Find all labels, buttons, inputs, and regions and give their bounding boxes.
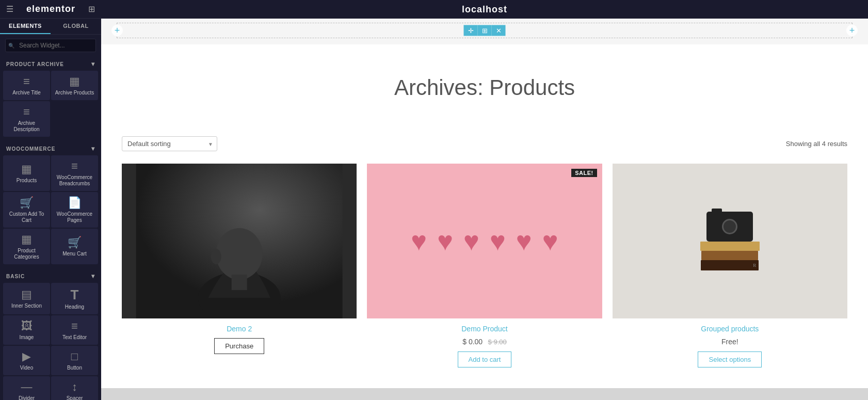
sidebar-tabs: ELEMENTS GLOBAL [0,19,101,35]
product-name-demo-product: Demo Product [367,325,602,333]
section-label-product-archive: PRODUCT ARCHIVE [6,61,64,67]
heading-label: Heading [65,304,84,310]
image-icon: 🖼 [21,321,33,332]
widget-woocommerce-pages[interactable]: 📄 WooCommerce Pages [51,192,98,228]
widget-inner-section[interactable]: ▤ Inner Section [3,283,50,314]
section-close-button[interactable]: ✕ [492,25,506,36]
widget-custom-add-to-cart[interactable]: 🛒 Custom Add To Cart [3,192,50,228]
widget-grid-basic: ▤ Inner Section T Heading 🖼 Image ≡ Text… [0,283,101,400]
purchase-button-demo2[interactable]: Purchase [214,338,264,354]
product-image-demo2 [122,164,357,318]
sale-badge: SALE! [571,169,597,177]
widget-spacer[interactable]: ↕ Spacer [51,376,98,400]
widget-grid-woocommerce: ▦ Products ≡ WooCommerce Breadcrumbs 🛒 C… [0,155,101,268]
video-label: Video [20,365,33,371]
section-header-basic[interactable]: BASIC ▾ [0,268,101,283]
chevron-basic: ▾ [91,273,95,280]
product-grid: Demo 2 Purchase SALE! ♥ ♥ ♥ ♥ [122,164,847,367]
archive-products-label: Archive Products [55,90,94,96]
section-label-basic: BASIC [6,274,25,279]
product-image-wrapper-demo2 [122,164,357,318]
widget-archive-description[interactable]: ≡ Archive Description [3,101,50,137]
products-controls: Default sorting Sort by popularity Sort … [122,136,847,151]
widget-product-categories[interactable]: ▦ Product Categories [3,229,50,264]
main-area: localhost + ✛ ⊞ ✕ + Archive [101,0,868,400]
heart-icon-5: ♥ [516,228,532,254]
archive-description-label: Archive Description [5,120,48,133]
products-icon: ▦ [21,164,32,175]
product-card-demo2[interactable]: Demo 2 Purchase [122,164,357,367]
product-card-demo-product[interactable]: SALE! ♥ ♥ ♥ ♥ ♥ ♥ Demo Product $ [367,164,602,367]
video-icon: ▶ [22,351,31,362]
heart-icon-6: ♥ [542,228,558,254]
widget-text-editor[interactable]: ≡ Text Editor [51,315,98,345]
widget-video[interactable]: ▶ Video [3,346,50,375]
product-image-wrapper-grouped: R [613,164,847,318]
divider-icon: — [21,381,33,393]
widget-archive-title[interactable]: ≡ Archive Title [3,71,50,100]
widget-button[interactable]: □ Button [51,346,98,375]
archive-title-icon: ≡ [23,76,30,87]
heart-icon-1: ♥ [411,228,427,254]
section-header-product-archive[interactable]: PRODUCT ARCHIVE ▾ [0,56,101,71]
book-1 [700,242,760,251]
archive-products-icon: ▦ [69,76,80,87]
tab-elements[interactable]: ELEMENTS [0,19,51,34]
select-options-button-grouped[interactable]: Select options [698,351,762,367]
tab-global[interactable]: GLOBAL [51,19,101,34]
topbar-title: localhost [462,4,507,15]
search-input[interactable] [5,39,96,52]
add-to-cart-button-demo-product[interactable]: Add to cart [458,351,512,367]
widget-image[interactable]: 🖼 Image [3,315,50,345]
widget-archive-products[interactable]: ▦ Archive Products [51,71,98,100]
section-header-woocommerce[interactable]: WOOCOMMERCE ▾ [0,141,101,155]
chevron-woocommerce: ▾ [91,145,95,152]
product-categories-label: Product Categories [5,248,48,260]
camera-lens [722,219,737,234]
products-section: Default sorting Sort by popularity Sort … [101,126,868,388]
results-count: Showing all 4 results [786,140,847,148]
widget-woocommerce-breadcrumbs[interactable]: ≡ WooCommerce Breadcrumbs [51,155,98,191]
widget-heading[interactable]: T Heading [51,283,98,314]
inner-section-icon: ▤ [21,289,32,300]
widget-search-area [0,35,101,56]
product-name-grouped: Grouped products [613,325,847,333]
product-image-grouped: R [613,164,847,318]
price-old: $ 9.00 [488,338,507,346]
section-move-button[interactable]: ✛ [464,25,478,36]
widget-products[interactable]: ▦ Products [3,155,50,191]
add-to-cart-label: Custom Add To Cart [5,211,48,223]
divider-label: Divider [19,395,35,400]
archive-title-label: Archive Title [12,90,40,96]
add-section-right-button[interactable]: + [846,25,858,36]
heart-icon-3: ♥ [463,228,479,254]
brand-logo: elementor [26,4,75,14]
heart-icon-4: ♥ [490,228,506,254]
book-2 [701,251,758,260]
breadcrumbs-label: WooCommerce Breadcrumbs [53,174,96,187]
woo-pages-icon: 📄 [68,197,82,209]
hamburger-icon[interactable]: ☰ [6,4,13,14]
text-editor-label: Text Editor [62,334,87,341]
sort-select[interactable]: Default sorting Sort by popularity Sort … [122,136,217,151]
add-section-left-button[interactable]: + [111,25,123,36]
button-icon: □ [71,351,78,362]
book-3: R [701,260,759,270]
product-image-demo-product: ♥ ♥ ♥ ♥ ♥ ♥ [367,164,602,318]
product-card-grouped[interactable]: R Grouped products Free! Select options [613,164,847,367]
product-categories-icon: ▦ [21,234,32,245]
archive-section: Archives: Products [101,44,868,126]
canvas: + ✛ ⊞ ✕ + Archives: Products Defau [101,19,868,400]
widget-divider[interactable]: — Divider [3,376,50,400]
add-to-cart-icon: 🛒 [20,197,34,209]
widget-grid-product-archive: ≡ Archive Title ▦ Archive Products ≡ Arc… [0,71,101,141]
price-free: Free! [721,338,738,346]
breadcrumbs-icon: ≡ [71,161,78,172]
widget-menu-cart[interactable]: 🛒 Menu Cart [51,229,98,264]
section-label-woocommerce: WOOCOMMERCE [6,146,55,152]
svg-rect-5 [232,275,247,290]
button-label: Button [67,365,82,371]
archive-title: Archives: Products [111,75,858,100]
section-grid-button[interactable]: ⊞ [478,25,492,36]
grid-icon[interactable]: ⊞ [88,4,95,14]
